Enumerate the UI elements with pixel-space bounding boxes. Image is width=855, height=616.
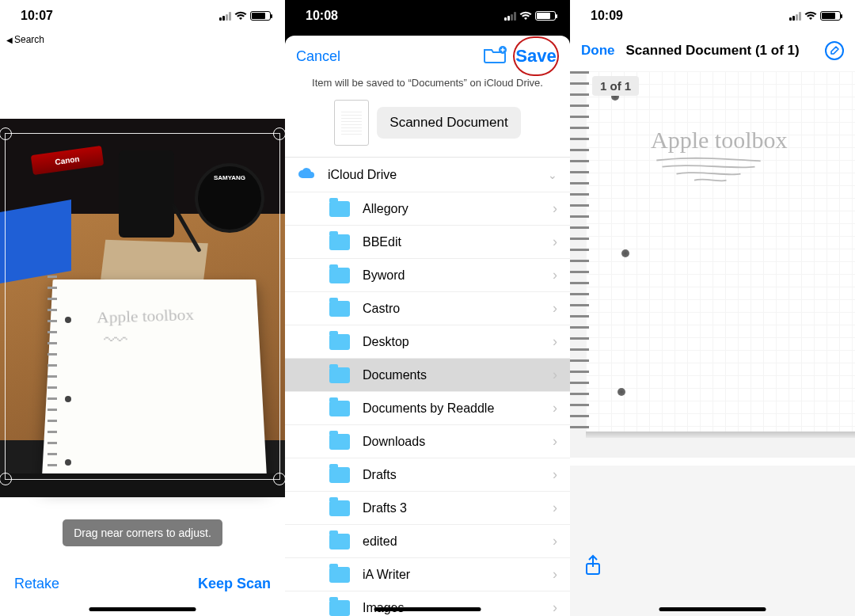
chevron-right-icon: › xyxy=(553,466,557,483)
save-button[interactable]: Save xyxy=(515,46,556,67)
folder-label: edited xyxy=(363,534,540,549)
folder-row[interactable]: edited› xyxy=(285,525,570,558)
folder-label: Downloads xyxy=(363,435,540,449)
folder-row[interactable]: Drafts 3› xyxy=(285,492,570,525)
chevron-right-icon: › xyxy=(553,234,557,250)
underline-squiggle xyxy=(649,157,768,185)
chevron-right-icon: › xyxy=(553,267,557,283)
chevron-right-icon: › xyxy=(553,200,557,217)
folder-icon xyxy=(329,201,350,217)
cellular-icon xyxy=(219,12,231,21)
cellular-icon xyxy=(789,12,801,21)
battery-icon xyxy=(820,11,841,21)
folder-row[interactable]: Downloads› xyxy=(285,425,570,458)
battery-icon xyxy=(250,11,271,21)
scanned-document-view[interactable]: Apple toolbox 1 of 1 xyxy=(570,71,855,458)
folder-label: Castro xyxy=(363,302,540,316)
new-folder-icon[interactable] xyxy=(483,45,507,67)
folder-icon xyxy=(329,467,350,483)
keep-scan-button[interactable]: Keep Scan xyxy=(198,576,271,592)
wifi-icon xyxy=(804,11,817,21)
expand-chevron-icon: ⌄ xyxy=(548,169,557,181)
status-icons xyxy=(219,11,271,21)
drive-label: iCloud Drive xyxy=(328,168,535,182)
folder-icon xyxy=(329,567,350,583)
done-button[interactable]: Done xyxy=(581,43,615,59)
folder-row[interactable]: Images› xyxy=(285,591,570,616)
home-indicator[interactable] xyxy=(374,607,481,611)
scanned-page: Apple toolbox xyxy=(586,71,855,432)
status-bar: 10:08 xyxy=(285,0,570,32)
clock: 10:09 xyxy=(591,9,623,23)
share-button[interactable] xyxy=(584,554,602,580)
hint-bubble: Drag near corners to adjust. xyxy=(63,519,222,546)
folder-icon xyxy=(329,600,350,616)
crop-handle-tl[interactable] xyxy=(0,127,12,140)
folder-icon xyxy=(329,234,350,250)
home-indicator[interactable] xyxy=(659,607,766,611)
folder-icon xyxy=(329,367,350,383)
icloud-drive-row[interactable]: iCloud Drive ⌄ xyxy=(285,158,570,192)
document-thumbnail xyxy=(334,100,369,146)
folder-label: Documents xyxy=(363,368,540,382)
folder-icon xyxy=(329,534,350,549)
icloud-icon xyxy=(298,166,315,183)
chevron-right-icon: › xyxy=(553,566,557,583)
status-bar: 10:09 xyxy=(570,0,855,32)
handwriting: Apple toolbox xyxy=(651,127,788,154)
folder-row[interactable]: Castro› xyxy=(285,292,570,325)
folder-row[interactable]: Documents by Readdle› xyxy=(285,392,570,425)
markup-icon[interactable] xyxy=(825,41,844,60)
folder-label: Allegory xyxy=(363,202,540,216)
spiral-binding xyxy=(570,71,589,432)
folder-list: Allegory›BBEdit›Byword›Castro›Desktop›Do… xyxy=(285,192,570,616)
home-indicator[interactable] xyxy=(89,607,196,611)
folder-icon xyxy=(329,334,350,350)
status-bar: 10:07 xyxy=(0,0,285,32)
folder-icon xyxy=(329,500,350,516)
clock: 10:08 xyxy=(306,9,338,23)
folder-icon xyxy=(329,401,350,416)
chevron-right-icon: › xyxy=(553,400,557,416)
folder-label: Byword xyxy=(363,268,540,283)
folder-label: Drafts xyxy=(363,468,540,482)
document-title: Scanned Document (1 of 1) xyxy=(626,43,815,59)
chevron-right-icon: › xyxy=(553,300,557,317)
chevron-right-icon: › xyxy=(553,433,557,450)
folder-label: Documents by Readdle xyxy=(363,401,540,416)
folder-icon xyxy=(329,268,350,283)
crop-handle-br[interactable] xyxy=(273,473,286,485)
cellular-icon xyxy=(504,12,516,21)
clock: 10:07 xyxy=(21,9,53,23)
wifi-icon xyxy=(519,11,532,21)
status-icons xyxy=(504,11,556,21)
folder-row[interactable]: Documents› xyxy=(285,359,570,392)
cancel-button[interactable]: Cancel xyxy=(296,48,340,65)
folder-icon xyxy=(329,434,350,450)
folder-label: BBEdit xyxy=(363,235,540,249)
battery-icon xyxy=(535,11,556,21)
crop-frame[interactable] xyxy=(5,133,280,480)
folder-row[interactable]: iA Writer› xyxy=(285,558,570,591)
back-to-search[interactable]: ◀ Search xyxy=(0,32,285,48)
folder-label: Desktop xyxy=(363,335,540,349)
folder-row[interactable]: Allegory› xyxy=(285,192,570,226)
folder-icon xyxy=(329,301,350,317)
folder-row[interactable]: Desktop› xyxy=(285,325,570,359)
chevron-right-icon: › xyxy=(553,333,557,350)
folder-row[interactable]: BBEdit› xyxy=(285,226,570,259)
retake-button[interactable]: Retake xyxy=(14,576,59,592)
folder-row[interactable]: Byword› xyxy=(285,259,570,292)
folder-label: iA Writer xyxy=(363,568,540,582)
document-name-field[interactable]: Scanned Document xyxy=(377,107,520,139)
page-indicator: 1 of 1 xyxy=(592,76,639,96)
wifi-icon xyxy=(234,11,247,21)
back-chevron-icon: ◀ xyxy=(6,36,13,44)
chevron-right-icon: › xyxy=(553,533,557,549)
save-location-subtitle: Item will be saved to “Documents” on iCl… xyxy=(285,77,570,95)
crop-handle-tr[interactable] xyxy=(273,127,286,140)
folder-row[interactable]: Drafts› xyxy=(285,458,570,492)
scan-preview[interactable]: Canon SAMYANG Apple toolbox 〰 xyxy=(0,119,285,497)
chevron-right-icon: › xyxy=(553,500,557,516)
save-button-highlight: Save xyxy=(513,36,559,76)
